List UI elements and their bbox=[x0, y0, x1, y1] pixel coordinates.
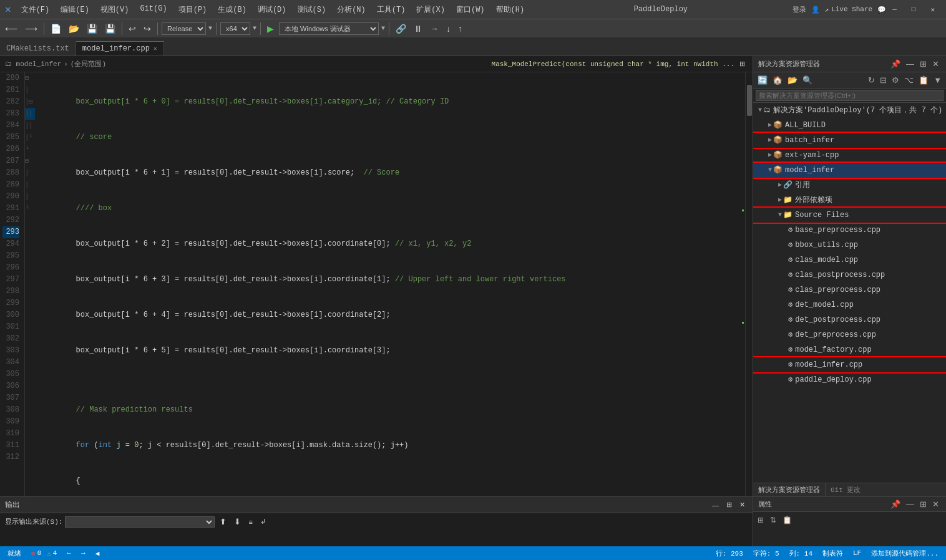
toolbar-step-into[interactable]: ↓ bbox=[444, 22, 453, 35]
status-ready[interactable]: 就绪 bbox=[5, 549, 24, 558]
tree-det-model[interactable]: ⚙ det_model.cpp bbox=[753, 297, 946, 312]
batch-infer-arrow[interactable]: ▶ bbox=[768, 134, 772, 147]
panel-expand-btn[interactable]: ⊞ bbox=[918, 58, 929, 70]
tree-ext-yaml[interactable]: ▶ 📦 ext-yaml-cpp bbox=[753, 148, 946, 163]
tab-model-infer[interactable]: model_infer.cpp ✕ bbox=[76, 41, 164, 56]
code-editor[interactable]: 280 281 282 283 284 285 286 287 288 289 … bbox=[0, 72, 753, 496]
prop-categorized-btn[interactable]: ⊞ bbox=[756, 514, 766, 526]
panel-pin-btn[interactable]: 📌 bbox=[889, 58, 902, 70]
se-filter-btn[interactable]: 🔍 bbox=[801, 74, 814, 86]
feedback-icon[interactable]: 💬 bbox=[877, 6, 886, 14]
status-col-nav-left[interactable]: ◀ bbox=[93, 549, 102, 558]
scrollbar-thumb[interactable] bbox=[747, 85, 752, 116]
user-icon[interactable]: 👤 bbox=[811, 6, 820, 14]
tree-clas-postprocess[interactable]: ⚙ clas_postprocess.cpp bbox=[753, 268, 946, 282]
se-home-btn[interactable]: 🏠 bbox=[771, 74, 784, 86]
toolbar-step-over[interactable]: → bbox=[427, 22, 441, 35]
prop-sort-btn[interactable]: ⇅ bbox=[768, 514, 778, 526]
output-word-wrap-btn[interactable]: ↲ bbox=[258, 516, 268, 527]
tree-external-deps[interactable]: ▶ 📁 外部依赖项 bbox=[753, 193, 946, 208]
toolbar-breakpoints[interactable]: ⏸ bbox=[411, 22, 425, 35]
platform-dropdown[interactable]: x64 bbox=[220, 22, 250, 35]
menu-git[interactable]: Git(G) bbox=[135, 3, 172, 16]
output-down-btn[interactable]: ⬇ bbox=[232, 516, 243, 528]
output-clear-btn[interactable]: ⬆ bbox=[217, 516, 229, 528]
tab-solution-explorer[interactable]: 解决方案资源管理器 bbox=[753, 483, 826, 496]
tree-model-factory[interactable]: ⚙ model_factory.cpp bbox=[753, 342, 946, 357]
solution-root-arrow[interactable]: ▼ bbox=[758, 104, 762, 117]
toolbar-new[interactable]: 📄 bbox=[48, 22, 64, 35]
output-align-btn[interactable]: ≡ bbox=[246, 517, 255, 527]
properties-close-btn[interactable]: ✕ bbox=[930, 498, 941, 510]
output-minimize[interactable]: — bbox=[710, 500, 721, 510]
tree-det-postprocess[interactable]: ⚙ det_postprocess.cpp bbox=[753, 312, 946, 327]
toolbar-step-out[interactable]: ↑ bbox=[456, 22, 465, 35]
menu-test[interactable]: 测试(S) bbox=[293, 3, 331, 16]
liveshare-button[interactable]: ↗ Live Share bbox=[825, 6, 873, 14]
menu-project[interactable]: 项目(P) bbox=[173, 3, 212, 16]
se-more-btn[interactable]: ▼ bbox=[932, 74, 944, 86]
toolbar-undo[interactable]: ↩ bbox=[126, 22, 139, 35]
tree-bbox-utils[interactable]: ⚙ bbox_utils.cpp bbox=[753, 238, 946, 253]
source-files-arrow[interactable]: ▼ bbox=[778, 209, 782, 221]
tree-model-infer[interactable]: ▼ 📦 model_infer bbox=[753, 163, 946, 178]
menu-tools[interactable]: 工具(T) bbox=[372, 3, 411, 16]
close-button[interactable]: ✕ bbox=[924, 4, 941, 15]
output-source-select[interactable] bbox=[65, 516, 215, 528]
minimize-button[interactable]: — bbox=[886, 4, 903, 15]
panel-minimize-btn[interactable]: — bbox=[904, 58, 916, 70]
se-show-all-btn[interactable]: 📂 bbox=[786, 74, 799, 86]
output-close[interactable]: ✕ bbox=[737, 500, 748, 510]
output-expand[interactable]: ⊞ bbox=[724, 500, 734, 510]
tree-clas-preprocess[interactable]: ⚙ clas_preprocess.cpp bbox=[753, 282, 946, 297]
prop-properties-btn[interactable]: 📋 bbox=[781, 514, 794, 526]
status-navigate-back[interactable]: ← bbox=[64, 549, 74, 557]
menu-help[interactable]: 帮助(H) bbox=[491, 3, 530, 16]
editor-scrollbar[interactable] bbox=[745, 72, 753, 496]
status-col[interactable]: 列: 14 bbox=[787, 549, 815, 558]
tree-paddle-deploy[interactable]: ⚙ paddle_deploy.cpp bbox=[753, 372, 946, 387]
toolbar-back[interactable]: ⟵ bbox=[2, 22, 20, 35]
external-deps-arrow[interactable]: ▶ bbox=[778, 194, 782, 206]
toolbar-forward[interactable]: ⟶ bbox=[22, 22, 40, 35]
status-row[interactable]: 行: 293 bbox=[713, 549, 746, 558]
properties-expand-btn[interactable]: ⊞ bbox=[918, 498, 929, 510]
run-button[interactable]: ▶ bbox=[265, 22, 276, 35]
menu-build[interactable]: 生成(B) bbox=[213, 3, 251, 16]
se-properties-btn[interactable]: 📋 bbox=[917, 74, 930, 86]
tab-git-changes[interactable]: Git 更改 bbox=[826, 483, 866, 496]
tree-solution-root[interactable]: ▼ 🗂 解决方案'PaddleDeploy'(7 个项目，共 7 个) bbox=[753, 103, 946, 118]
tree-base-preprocess[interactable]: ⚙ base_preprocess.cpp bbox=[753, 223, 946, 238]
status-navigate-fwd[interactable]: → bbox=[79, 549, 88, 557]
tree-batch-infer[interactable]: ▶ 📦 batch_infer bbox=[753, 133, 946, 148]
login-button[interactable]: 登录 bbox=[792, 5, 806, 14]
status-add-source[interactable]: 添加到源代码管理... bbox=[869, 549, 941, 558]
toolbar-redo[interactable]: ↪ bbox=[141, 22, 154, 35]
split-editor-btn[interactable]: ⊞ bbox=[737, 59, 748, 69]
panel-close-btn[interactable]: ✕ bbox=[930, 58, 941, 70]
properties-minimize-btn[interactable]: — bbox=[904, 498, 916, 510]
debug-target-dropdown[interactable]: 本地 Windows 调试器 bbox=[279, 22, 379, 35]
toolbar-save-all[interactable]: 💾 bbox=[102, 22, 118, 35]
toolbar-save[interactable]: 💾 bbox=[84, 22, 100, 35]
tree-clas-model[interactable]: ⚙ clas_model.cpp bbox=[753, 253, 946, 268]
properties-pin-btn[interactable]: 📌 bbox=[889, 498, 902, 510]
status-errors[interactable]: ⊗ 0 ⚠ 4 bbox=[29, 549, 59, 558]
tab-close-model-infer[interactable]: ✕ bbox=[154, 45, 157, 52]
breadcrumb-scope[interactable]: (全局范围) bbox=[71, 59, 106, 69]
toolbar-open[interactable]: 📂 bbox=[66, 22, 82, 35]
build-config-dropdown[interactable]: Release bbox=[162, 22, 206, 35]
menu-window[interactable]: 窗口(W) bbox=[451, 3, 490, 16]
code-content[interactable]: box_output[i * 6 + 0] = results[0].det_r… bbox=[35, 72, 745, 496]
menu-edit[interactable]: 编辑(E) bbox=[56, 3, 94, 16]
tree-model-infer-cpp[interactable]: ⚙ model_infer.cpp bbox=[753, 357, 946, 372]
status-char[interactable]: 字符: 5 bbox=[751, 549, 782, 558]
tree-source-files[interactable]: ▼ 📁 Source Files bbox=[753, 208, 946, 223]
menu-view[interactable]: 视图(V) bbox=[95, 3, 134, 16]
status-encoding[interactable]: LF bbox=[851, 549, 864, 557]
menu-extensions[interactable]: 扩展(X) bbox=[411, 3, 450, 16]
menu-debug[interactable]: 调试(D) bbox=[253, 3, 291, 16]
all-build-arrow[interactable]: ▶ bbox=[768, 119, 772, 132]
menu-analyze[interactable]: 分析(N) bbox=[332, 3, 371, 16]
ext-yaml-arrow[interactable]: ▶ bbox=[768, 149, 772, 162]
